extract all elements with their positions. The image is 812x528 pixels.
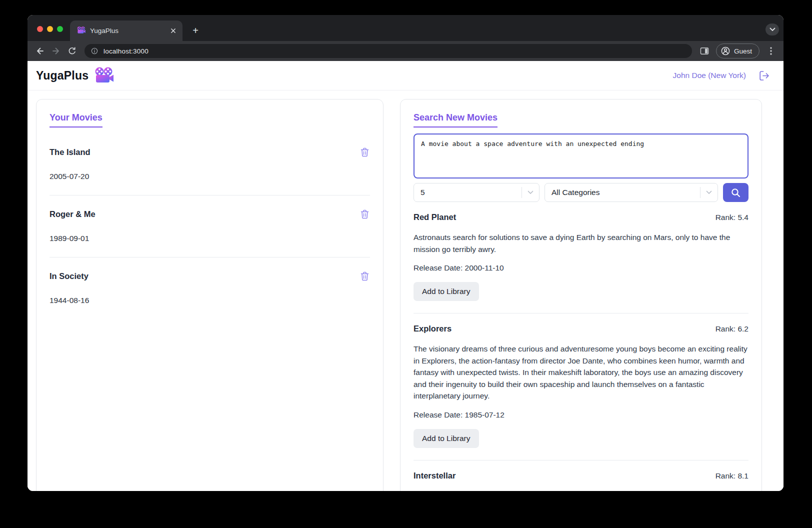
result-description: The visionary dreams of three curious an… bbox=[414, 343, 748, 402]
user-account-link[interactable]: John Doe (New York) bbox=[673, 71, 746, 80]
result-limit-select[interactable]: 5 bbox=[414, 183, 540, 202]
kebab-menu-icon bbox=[770, 47, 772, 55]
category-select[interactable]: All Categories bbox=[544, 183, 718, 202]
profile-label: Guest bbox=[734, 48, 752, 55]
guest-avatar-icon bbox=[720, 46, 730, 56]
search-title: Search New Movies bbox=[414, 112, 498, 128]
reload-button[interactable] bbox=[64, 44, 80, 58]
result-rank: Rank: 8.1 bbox=[716, 472, 748, 480]
chevron-down-icon bbox=[522, 190, 539, 194]
movie-release-date: 2005-07-20 bbox=[50, 172, 370, 181]
search-controls: 5 All Categories bbox=[414, 183, 748, 202]
app-header: YugaPlus John Doe (New York) bbox=[28, 61, 784, 90]
window-controls bbox=[37, 26, 63, 32]
browser-window: YugaPlus + localhost:3000 bbox=[28, 15, 784, 491]
result-rank: Rank: 5.4 bbox=[716, 213, 748, 222]
result-title: Interstellar bbox=[414, 471, 456, 480]
main-content: Your Movies The Island 2005-07-20 Roger … bbox=[28, 90, 784, 491]
logout-icon bbox=[759, 70, 770, 81]
new-tab-button[interactable]: + bbox=[188, 24, 202, 38]
category-value: All Categories bbox=[552, 188, 600, 197]
tab-title: YugaPlus bbox=[90, 27, 168, 34]
result-release-date: Release Date: 1985-07-12 bbox=[414, 410, 748, 420]
profile-button[interactable]: Guest bbox=[716, 44, 760, 58]
list-item: In Society 1944-08-16 bbox=[50, 258, 370, 319]
search-query-input[interactable]: A movie about a space adventure with an … bbox=[414, 134, 748, 178]
result-title: Explorers bbox=[414, 324, 452, 334]
movie-title: The Island bbox=[50, 148, 90, 157]
delete-movie-button[interactable] bbox=[360, 208, 370, 220]
movie-release-date: 1989-09-01 bbox=[50, 234, 370, 243]
movie-camera-icon bbox=[94, 67, 114, 84]
browser-tab[interactable]: YugaPlus bbox=[70, 20, 182, 41]
movie-title: Roger & Me bbox=[50, 210, 96, 219]
trash-icon bbox=[360, 148, 369, 157]
window-close-button[interactable] bbox=[37, 26, 43, 32]
browser-menu-button[interactable] bbox=[764, 44, 778, 58]
result-title: Red Planet bbox=[414, 212, 456, 222]
delete-movie-button[interactable] bbox=[360, 146, 370, 158]
back-button[interactable] bbox=[32, 44, 48, 58]
tab-close-icon[interactable] bbox=[168, 26, 178, 36]
search-icon bbox=[730, 188, 741, 198]
add-to-library-button[interactable]: Add to Library bbox=[414, 429, 479, 448]
result-description: Astronauts search for solutions to save … bbox=[414, 232, 748, 255]
chevron-down-icon bbox=[770, 28, 776, 32]
forward-button[interactable] bbox=[48, 44, 64, 58]
search-result: Interstellar Rank: 8.1 bbox=[414, 460, 748, 492]
result-rank: Rank: 6.2 bbox=[716, 324, 748, 334]
chevron-down-icon bbox=[700, 190, 718, 194]
search-result: Red Planet Rank: 5.4 Astronauts search f… bbox=[414, 202, 748, 314]
add-to-library-button[interactable]: Add to Library bbox=[414, 282, 479, 301]
side-panel-icon[interactable] bbox=[697, 44, 712, 58]
window-minimize-button[interactable] bbox=[47, 26, 53, 32]
result-limit-value: 5 bbox=[420, 188, 425, 197]
search-button[interactable] bbox=[723, 183, 748, 202]
your-movies-panel: Your Movies The Island 2005-07-20 Roger … bbox=[36, 99, 384, 491]
address-bar[interactable]: localhost:3000 bbox=[84, 44, 692, 58]
browser-toolbar: localhost:3000 Guest bbox=[28, 41, 784, 61]
search-result: Explorers Rank: 6.2 The visionary dreams… bbox=[414, 314, 748, 460]
url-text: localhost:3000 bbox=[104, 48, 148, 55]
list-item: The Island 2005-07-20 bbox=[50, 134, 370, 196]
trash-icon bbox=[360, 210, 369, 219]
tab-favicon-icon bbox=[77, 26, 86, 36]
your-movies-title: Your Movies bbox=[50, 112, 102, 128]
tab-search-button[interactable] bbox=[766, 24, 779, 36]
search-panel: Search New Movies A movie about a space … bbox=[400, 99, 762, 491]
result-release-date: Release Date: 2000-11-10 bbox=[414, 264, 748, 272]
window-zoom-button[interactable] bbox=[57, 26, 63, 32]
page: YugaPlus John Doe (New York) bbox=[28, 61, 784, 491]
site-info-icon[interactable] bbox=[88, 45, 100, 57]
movie-title: In Society bbox=[50, 272, 88, 281]
app-title: YugaPlus bbox=[36, 69, 88, 82]
tab-strip: YugaPlus + bbox=[28, 15, 784, 41]
delete-movie-button[interactable] bbox=[360, 270, 370, 282]
trash-icon bbox=[360, 272, 369, 281]
movie-release-date: 1944-08-16 bbox=[50, 296, 370, 305]
list-item: Roger & Me 1989-09-01 bbox=[50, 196, 370, 258]
logout-button[interactable] bbox=[759, 70, 770, 81]
